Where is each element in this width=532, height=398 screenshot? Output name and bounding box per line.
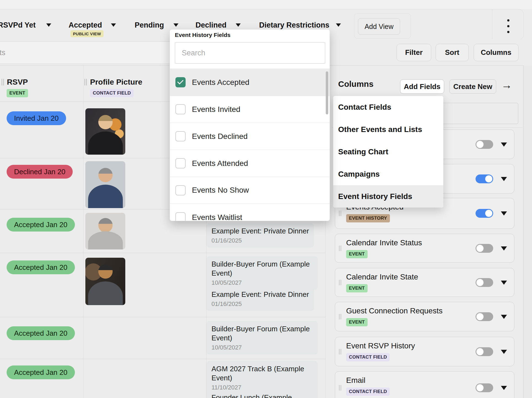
chevron-down-icon[interactable]: [111, 23, 116, 27]
scroll-gutter[interactable]: [523, 65, 532, 398]
checkbox-unchecked-icon[interactable]: [175, 212, 186, 221]
chevron-down-icon[interactable]: [336, 23, 341, 27]
event-history-chip[interactable]: Builder-Buyer Forum (Example Event) 10/0…: [207, 321, 318, 354]
checkbox-checked-icon[interactable]: [175, 77, 186, 87]
topbar-divider: [492, 9, 492, 39]
profile-photo[interactable]: [85, 108, 125, 155]
field-card-email[interactable]: Email CONTACT FIELD: [335, 371, 514, 398]
chevron-down-icon[interactable]: [46, 23, 51, 27]
event-history-chip[interactable]: Example Event: Private Dinner 01/16/2025: [207, 287, 314, 311]
add-view-button[interactable]: Add View: [358, 18, 400, 35]
column-header-rsvp[interactable]: RSVP: [7, 78, 28, 87]
rsvp-status-pill[interactable]: Accepted Jan 20: [7, 365, 75, 379]
option-label: Events Accepted: [192, 78, 249, 87]
menu-item-campaigns[interactable]: Campaigns: [333, 163, 443, 185]
field-visibility-toggle[interactable]: [476, 347, 493, 356]
option-events-declined[interactable]: Events Declined: [170, 123, 330, 150]
chevron-down-icon[interactable]: [236, 23, 241, 27]
dropdown-scrollbar[interactable]: [326, 71, 328, 114]
tab-accepted[interactable]: Accepted: [69, 21, 102, 29]
rsvp-status-pill[interactable]: Accepted Jan 20: [7, 218, 75, 232]
rsvp-status-pill[interactable]: Accepted Jan 20: [7, 260, 75, 274]
checkbox-unchecked-icon[interactable]: [175, 158, 186, 168]
profile-photo[interactable]: [85, 213, 125, 249]
event-history-chip[interactable]: Builder-Buyer Forum (Example Event) 10/0…: [207, 256, 318, 290]
chevron-down-icon[interactable]: [501, 350, 507, 354]
chevron-down-icon[interactable]: [501, 315, 507, 319]
event-history-chip[interactable]: AGM 2027 Track B (Example Event) 11/10/2…: [207, 361, 318, 394]
event-date: 10/05/2027: [211, 279, 313, 286]
add-fields-button[interactable]: Add Fields: [400, 79, 444, 94]
field-visibility-toggle[interactable]: [476, 278, 493, 287]
field-card-calendar-invite-state[interactable]: Calendar Invite State EVENT: [335, 268, 514, 297]
field-visibility-toggle[interactable]: [476, 140, 493, 149]
menu-item-seating-chart[interactable]: Seating Chart: [333, 141, 443, 163]
profile-photo[interactable]: [85, 161, 125, 208]
column-header-profile-picture[interactable]: Profile Picture: [90, 78, 142, 87]
menu-item-other-events-and-lists[interactable]: Other Events and Lists: [333, 118, 443, 141]
collapse-panel-arrow-icon[interactable]: →: [501, 79, 512, 91]
chevron-down-icon[interactable]: [501, 177, 507, 181]
checkbox-unchecked-icon[interactable]: [175, 131, 186, 141]
column-drag-handle[interactable]: [2, 79, 4, 85]
option-events-accepted[interactable]: Events Accepted: [170, 69, 330, 96]
checkbox-unchecked-icon[interactable]: [175, 104, 186, 114]
drag-handle-icon[interactable]: [339, 211, 341, 216]
field-card-guest-connection-requests[interactable]: Guest Connection Requests EVENT: [335, 302, 514, 331]
event-title: Founder Lunch (Example Event): [211, 393, 313, 398]
field-card-calendar-invite-status[interactable]: Calendar Invite Status EVENT: [335, 234, 514, 263]
option-events-waitlist[interactable]: Events Waitlist: [170, 204, 330, 221]
public-view-badge: PUBLIC VIEW: [70, 30, 104, 37]
drag-handle-icon[interactable]: [339, 314, 341, 319]
chevron-down-icon[interactable]: [501, 142, 507, 147]
chevron-down-icon[interactable]: [173, 23, 178, 27]
more-options-icon[interactable]: [506, 19, 511, 33]
column-divider[interactable]: [83, 65, 83, 398]
sort-button[interactable]: Sort: [436, 44, 469, 61]
rsvp-status-pill[interactable]: Declined Jan 20: [7, 165, 73, 179]
chevron-down-icon[interactable]: [501, 386, 507, 390]
tab-pending[interactable]: Pending: [135, 21, 164, 29]
create-new-button[interactable]: Create New: [449, 79, 496, 94]
menu-item-event-history-fields[interactable]: Event History Fields: [333, 185, 443, 208]
field-card-event-rsvp-history[interactable]: Event RSVP History CONTACT FIELD: [335, 337, 514, 366]
dropdown-search-input[interactable]: [175, 42, 325, 64]
field-type-badge: EVENT: [346, 250, 368, 258]
drag-handle-icon[interactable]: [339, 385, 341, 391]
column-drag-handle[interactable]: [85, 79, 87, 85]
field-visibility-toggle[interactable]: [476, 209, 493, 218]
field-type-badge: CONTACT FIELD: [346, 388, 390, 396]
filter-button[interactable]: Filter: [397, 44, 431, 61]
app-window: RSVPd Yet Accepted PUBLIC VIEW Pending D…: [0, 0, 532, 398]
drag-handle-icon[interactable]: [339, 246, 341, 251]
field-visibility-toggle[interactable]: [476, 383, 493, 392]
drag-handle-icon[interactable]: [339, 349, 341, 354]
field-visibility-toggle[interactable]: [476, 244, 493, 253]
tab-declined[interactable]: Declined: [196, 21, 227, 29]
checkbox-unchecked-icon[interactable]: [175, 185, 186, 195]
chevron-down-icon[interactable]: [501, 281, 507, 285]
option-label: Events Invited: [192, 105, 240, 114]
rsvp-status-pill[interactable]: Invited Jan 20: [7, 111, 66, 125]
columns-button[interactable]: Columns: [474, 44, 519, 61]
menu-item-contact-fields[interactable]: Contact Fields: [333, 96, 443, 118]
field-visibility-toggle[interactable]: [476, 312, 493, 321]
event-history-chip[interactable]: Founder Lunch (Example Event): [207, 390, 318, 398]
rsvp-status-pill[interactable]: Accepted Jan 20: [7, 326, 75, 340]
tab-dietary-restrictions[interactable]: Dietary Restrictions: [259, 21, 329, 29]
option-events-no-show[interactable]: Events No Show: [170, 177, 330, 204]
option-label: Events Attended: [192, 159, 248, 168]
column-type-badge: EVENT: [7, 89, 28, 97]
drag-handle-icon[interactable]: [339, 280, 341, 285]
chevron-down-icon[interactable]: [501, 246, 507, 251]
event-history-chip[interactable]: Example Event: Private Dinner 01/16/2025: [207, 223, 314, 248]
option-label: Events Waitlist: [192, 213, 242, 221]
option-events-attended[interactable]: Events Attended: [170, 150, 330, 177]
event-title: Builder-Buyer Forum (Example Event): [211, 260, 313, 278]
chevron-down-icon[interactable]: [501, 211, 507, 216]
option-events-invited[interactable]: Events Invited: [170, 96, 330, 123]
tab-rsvpd-yet[interactable]: RSVPd Yet: [0, 21, 36, 29]
columns-panel-title: Columns: [338, 79, 373, 89]
field-visibility-toggle[interactable]: [476, 174, 493, 183]
profile-photo[interactable]: [85, 258, 125, 305]
